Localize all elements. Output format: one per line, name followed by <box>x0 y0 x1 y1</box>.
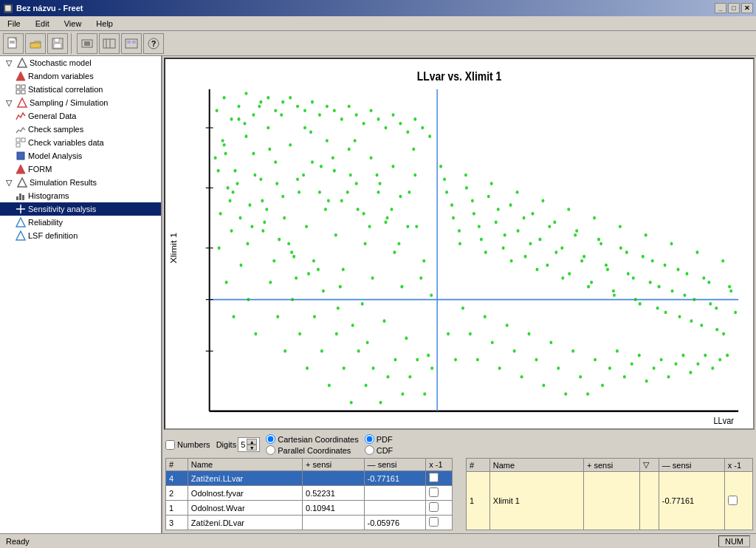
menu-help[interactable]: Help <box>92 18 117 30</box>
row-x1-check[interactable] <box>429 487 439 497</box>
cdf-radio[interactable] <box>365 445 374 455</box>
tree-sensitivity-analysis[interactable]: Sensitivity analysis <box>0 202 161 216</box>
svg-point-284 <box>599 242 602 246</box>
stochastic-icon <box>16 57 28 69</box>
tree-model-analysis[interactable]: Model Analysis <box>0 149 161 162</box>
numbers-checkbox[interactable] <box>165 440 175 450</box>
tree-statistical-corr[interactable]: Statistical correlation <box>0 83 161 96</box>
row-x1-check[interactable] <box>429 473 439 482</box>
svg-point-122 <box>233 315 236 319</box>
pdf-radio[interactable] <box>365 434 374 444</box>
table-row[interactable]: 2 Odolnost.fyvar 0.52231 <box>166 486 453 501</box>
tree-simulation-results[interactable]: ▽ Simulation Results <box>0 176 161 189</box>
sampling-label: Sampling / Simulation <box>30 98 108 107</box>
tree-histograms[interactable]: Histograms <box>0 189 161 202</box>
digits-up-button[interactable]: ▲ <box>247 439 257 445</box>
menu-edit[interactable]: Edit <box>31 18 54 30</box>
svg-point-295 <box>670 242 673 246</box>
table-row[interactable]: 3 Zatížení.DLvar -0.05976 <box>166 516 453 530</box>
toolbar-action3[interactable]: ? <box>143 33 164 54</box>
tree-reliability[interactable]: Reliability <box>0 216 161 229</box>
svg-point-210 <box>594 358 597 362</box>
svg-point-142 <box>379 401 382 405</box>
svg-point-321 <box>326 105 329 109</box>
svg-point-156 <box>487 195 490 199</box>
svg-point-260 <box>445 191 448 194</box>
digits-down-button[interactable]: ▼ <box>247 445 257 451</box>
svg-point-83 <box>337 306 340 310</box>
svg-point-226 <box>711 366 714 370</box>
svg-point-236 <box>268 148 271 151</box>
svg-point-151 <box>450 203 453 207</box>
row-x1-check[interactable] <box>429 517 439 527</box>
stochastic-model-label: Stochastic model <box>30 58 92 67</box>
row-name: Odolnost.fyvar <box>188 486 302 501</box>
svg-point-141 <box>372 366 375 370</box>
row-x1-check[interactable] <box>728 496 738 505</box>
maximize-button[interactable]: □ <box>728 3 740 13</box>
app-icon: 🔲 <box>3 4 13 13</box>
table-row[interactable]: 1 Odolnost.Wvar 0.10941 <box>166 501 453 516</box>
reliability-icon <box>15 216 27 228</box>
svg-point-166 <box>560 246 563 250</box>
stat-corr-icon <box>15 83 27 95</box>
svg-point-267 <box>490 182 493 185</box>
rcol-plus-sensi-header: + sensi <box>584 459 640 472</box>
parallel-radio[interactable] <box>266 445 275 455</box>
svg-point-288 <box>625 250 628 254</box>
svg-point-275 <box>541 199 544 203</box>
table-row[interactable]: 1 Xlimit 1 -0.77161 <box>467 472 753 530</box>
svg-point-140 <box>365 384 368 388</box>
cartesian-option[interactable]: Cartesian Coordinates <box>266 434 358 444</box>
tree-stochastic-model[interactable]: ▽ Stochastic model <box>0 56 161 69</box>
table-spacer <box>456 458 463 530</box>
svg-point-320 <box>318 113 321 117</box>
svg-point-241 <box>305 225 308 228</box>
svg-point-286 <box>613 293 616 297</box>
svg-point-220 <box>667 375 670 379</box>
toolbar-save[interactable] <box>47 33 68 54</box>
svg-point-74 <box>292 255 295 258</box>
toolbar-action1[interactable] <box>99 33 120 54</box>
toolbar-action2[interactable] <box>121 33 142 54</box>
menu-view[interactable]: View <box>60 18 86 30</box>
svg-point-152 <box>458 229 461 233</box>
pdf-option[interactable]: PDF <box>365 434 394 444</box>
cartesian-radio[interactable] <box>266 434 275 444</box>
table-row[interactable]: 4 Zatížení.LLvar -0.77161 <box>166 471 453 486</box>
tree-lsf-definition[interactable]: LSF definition <box>0 229 161 242</box>
svg-point-184 <box>693 298 695 301</box>
col-num-header: # <box>166 459 188 471</box>
toolbar-new[interactable] <box>3 33 24 54</box>
svg-point-302 <box>715 328 718 332</box>
window-controls: _ □ ✕ <box>715 3 753 13</box>
tree-form[interactable]: FORM <box>0 162 161 176</box>
toolbar-open[interactable] <box>25 33 46 54</box>
rcol-sort-header[interactable]: ▽ <box>640 459 659 472</box>
cdf-option[interactable]: CDF <box>365 445 394 455</box>
svg-point-317 <box>296 105 299 109</box>
tree-check-variables[interactable]: Check variables data <box>0 136 161 149</box>
parallel-option[interactable]: Parallel Coordinates <box>266 445 358 455</box>
lsf-definition-label: LSF definition <box>28 231 78 240</box>
row-x1-check[interactable] <box>429 502 439 512</box>
svg-point-129 <box>284 349 286 353</box>
svg-point-277 <box>554 250 557 254</box>
tree-check-samples[interactable]: Check samples <box>0 123 161 136</box>
svg-point-76 <box>355 182 358 185</box>
svg-point-101 <box>295 276 298 280</box>
pdf-cdf-radio-group: PDF CDF <box>365 434 394 455</box>
svg-point-327 <box>370 109 373 112</box>
menu-file[interactable]: File <box>3 18 25 30</box>
toolbar-run[interactable] <box>77 33 97 54</box>
row-plus-sensi <box>303 471 365 486</box>
tree-general-data[interactable]: General Data <box>0 109 161 123</box>
tree-random-variables[interactable]: Random variables <box>0 69 161 83</box>
svg-point-99 <box>280 113 283 117</box>
close-button[interactable]: ✕ <box>741 3 753 13</box>
minimize-button[interactable]: _ <box>715 3 726 13</box>
svg-point-107 <box>339 285 342 289</box>
tree-sampling[interactable]: ▽ Sampling / Simulation <box>0 96 161 109</box>
svg-rect-14 <box>127 41 131 44</box>
svg-text:LLvar vs. Xlimit 1: LLvar vs. Xlimit 1 <box>417 69 502 83</box>
